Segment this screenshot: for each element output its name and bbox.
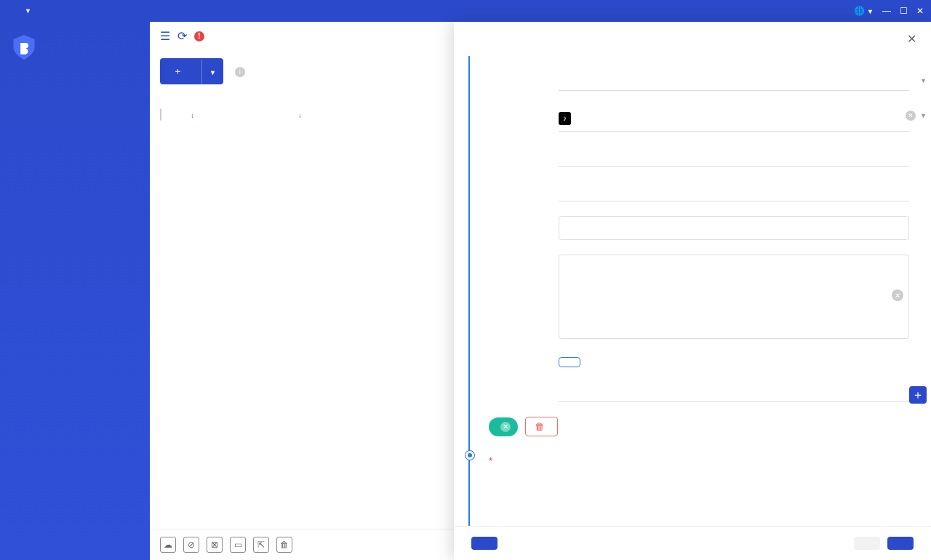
trash-icon: 🗑	[535, 421, 544, 432]
group-input[interactable]	[559, 71, 909, 91]
remove-url-icon[interactable]: ✕	[500, 422, 511, 432]
password-input[interactable]	[559, 181, 909, 201]
select-all-checkbox[interactable]	[160, 108, 161, 121]
alert-icon: !	[194, 31, 204, 41]
clear-icon[interactable]: ✕	[906, 111, 916, 121]
add-url-button[interactable]: ＋	[909, 386, 927, 404]
username-input[interactable]	[559, 146, 909, 167]
add-dropdown[interactable]: ▼	[201, 60, 223, 84]
remark-label	[489, 216, 559, 220]
plus-icon: ＋	[173, 65, 183, 78]
logo	[0, 35, 150, 74]
refresh-icon[interactable]: ⟳	[177, 29, 187, 43]
cookie-textarea[interactable]	[559, 255, 909, 339]
tiktok-icon: ♪	[559, 112, 571, 125]
cookie-clear-icon[interactable]: ✕	[892, 289, 903, 301]
footer-window-icon[interactable]: ▭	[230, 537, 246, 553]
titlebar: ▼ 🌐 ▼ — ☐ ✕	[0, 0, 931, 22]
chevron-down-icon[interactable]: ▼	[920, 77, 927, 84]
minimize-icon[interactable]: —	[882, 6, 891, 16]
add-cookie-button[interactable]	[559, 357, 580, 367]
chevron-down-icon[interactable]: ▼	[920, 112, 927, 119]
platform-input[interactable]	[577, 108, 909, 128]
footer-stop-icon[interactable]: ⊘	[183, 537, 199, 553]
maximize-icon[interactable]: ☐	[900, 6, 908, 16]
sidebar	[0, 22, 150, 560]
add-button[interactable]: ＋ ▼	[160, 58, 223, 84]
confirm-button[interactable]	[887, 537, 914, 550]
username-label	[489, 146, 559, 151]
password-label	[489, 181, 559, 185]
openurl-input[interactable]	[559, 382, 909, 402]
random-fingerprint-button[interactable]	[471, 537, 498, 550]
group-label	[489, 71, 559, 75]
stats-added: i	[232, 65, 245, 77]
panel-close-icon[interactable]: ✕	[907, 32, 916, 46]
openurl-label	[489, 382, 559, 386]
remark-input[interactable]	[559, 216, 909, 240]
edit-panel: ✕ ▼i ♪ ✕▼i i	[454, 22, 931, 560]
footer-cloud-icon[interactable]: ☁	[160, 537, 176, 553]
footer-delete-icon[interactable]: 🗑	[276, 537, 292, 553]
footer-export-icon[interactable]: ⇱	[253, 537, 269, 553]
platform-label	[489, 105, 559, 110]
footer-close-icon[interactable]: ⊠	[207, 537, 223, 553]
clear-urls-button[interactable]: 🗑	[525, 417, 558, 436]
cookie-label	[489, 255, 559, 259]
line-selector[interactable]: ▼	[20, 7, 31, 15]
proxy-method-label	[489, 451, 559, 466]
collapse-icon[interactable]: ☰	[160, 29, 170, 43]
language-selector[interactable]: 🌐 ▼	[854, 6, 874, 16]
cancel-button[interactable]	[854, 537, 880, 550]
url-chip: ✕	[489, 417, 518, 436]
close-icon[interactable]: ✕	[916, 6, 924, 16]
